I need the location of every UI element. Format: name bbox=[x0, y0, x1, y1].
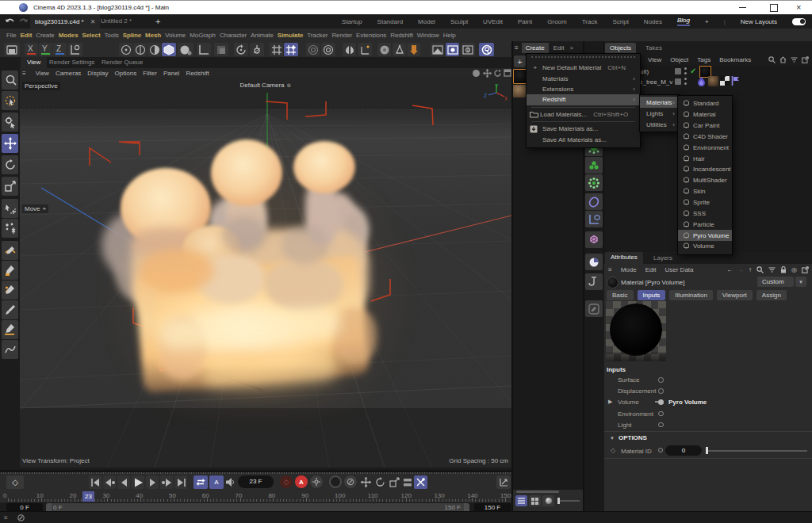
menu-edit[interactable]: Edit bbox=[21, 32, 33, 39]
render-view-icon[interactable] bbox=[4, 43, 20, 56]
menu-tools[interactable]: Tools bbox=[104, 32, 118, 39]
render-current-icon[interactable] bbox=[431, 43, 444, 56]
brush-tool-icon[interactable] bbox=[2, 300, 18, 319]
material-type-hair[interactable]: Hair bbox=[678, 153, 732, 164]
visibility-dots-icon[interactable] bbox=[684, 67, 687, 70]
attr-tab-illumination[interactable]: Illumination bbox=[669, 290, 712, 300]
mirror-icon[interactable] bbox=[343, 43, 356, 56]
material-type-sprite[interactable]: Sprite bbox=[678, 197, 732, 208]
material-type-c4d-shader[interactable]: C4D Shader bbox=[678, 132, 732, 143]
input-row-surface[interactable]: Surface bbox=[604, 375, 812, 386]
axis-modify-icon[interactable] bbox=[358, 43, 372, 56]
input-row-volume[interactable]: ▶VolumePyro Volume bbox=[604, 397, 812, 408]
arc-pen-tool-icon[interactable] bbox=[2, 241, 18, 260]
layout-tab-script[interactable]: Script bbox=[612, 18, 628, 25]
dot-pen-tool-icon[interactable] bbox=[2, 281, 18, 300]
redshift-submenu-lights[interactable]: Lights› bbox=[640, 108, 680, 119]
viewport-menu-panel[interactable]: Panel bbox=[163, 70, 179, 77]
minimize-button[interactable] bbox=[739, 7, 746, 8]
doodle-pen-icon[interactable] bbox=[585, 300, 603, 317]
up-icon[interactable]: ↑ bbox=[749, 266, 752, 273]
lock-y-icon[interactable]: Y bbox=[39, 43, 52, 56]
coord-system-icon[interactable] bbox=[68, 43, 82, 56]
tab-takes[interactable]: Takes bbox=[645, 44, 662, 52]
add-material-button[interactable]: + bbox=[514, 55, 526, 67]
lock-z-icon[interactable]: Z bbox=[53, 43, 67, 56]
material-type-incandescent[interactable]: Incandescent bbox=[678, 164, 732, 175]
viewport-menu-filter[interactable]: Filter bbox=[143, 70, 157, 77]
pyro-tag-icon[interactable] bbox=[697, 77, 706, 86]
layout-tab-track[interactable]: Track bbox=[582, 18, 598, 25]
next-key-button[interactable] bbox=[160, 475, 173, 489]
layout-tab-paint[interactable]: Paint bbox=[518, 18, 532, 25]
menu-drag-handle[interactable] bbox=[531, 56, 635, 62]
material-type-volume[interactable]: Volume bbox=[678, 241, 732, 252]
target-b-icon[interactable] bbox=[321, 43, 335, 56]
playhead[interactable]: 23 bbox=[82, 491, 94, 502]
viewport-menu-options[interactable]: Options bbox=[115, 70, 137, 77]
magnet-tool-icon[interactable] bbox=[2, 219, 18, 238]
burger-icon[interactable]: ≡ bbox=[22, 70, 26, 77]
edges-mode-icon[interactable] bbox=[133, 43, 147, 56]
keyframe-mode-button[interactable]: A bbox=[209, 475, 224, 489]
menu-simulate[interactable]: Simulate bbox=[278, 32, 304, 39]
material-type-environment[interactable]: Environment bbox=[678, 142, 732, 153]
export-icon[interactable] bbox=[802, 266, 809, 273]
maximize-button[interactable] bbox=[770, 4, 778, 12]
layout-tab-nodes[interactable]: Nodes bbox=[644, 18, 662, 25]
keying-selection-button[interactable] bbox=[414, 475, 427, 489]
menu-render[interactable]: Render bbox=[331, 32, 352, 39]
tab-attributes[interactable]: Attributes bbox=[605, 252, 643, 264]
material-type-skin[interactable]: Skin bbox=[678, 186, 732, 197]
instance-object-icon[interactable] bbox=[585, 231, 603, 248]
material-type-car-paint[interactable]: Car Paint bbox=[678, 120, 732, 132]
scale-tool-icon[interactable] bbox=[2, 177, 18, 196]
input-row-displacement[interactable]: Displacement bbox=[604, 386, 812, 397]
enabled-check-icon[interactable]: ✓ bbox=[690, 67, 696, 75]
key-position-icon[interactable] bbox=[361, 477, 371, 487]
create-menu-item-new-default-material[interactable]: +New Default MaterialCtrl+N bbox=[527, 63, 640, 73]
tab-render-settings[interactable]: Render Settings bbox=[49, 59, 94, 66]
create-menu-item-save-all-materials-as-[interactable]: Save All Materials as... bbox=[527, 134, 640, 144]
flag-tag-icon[interactable] bbox=[731, 76, 740, 86]
preview-size-slider[interactable] bbox=[557, 500, 580, 502]
model-mode-icon[interactable] bbox=[162, 43, 176, 56]
lock-icon[interactable] bbox=[780, 266, 787, 273]
render-settings-icon[interactable] bbox=[461, 43, 475, 56]
solo-down-icon[interactable] bbox=[407, 43, 420, 56]
menu-extensions[interactable]: Extensions bbox=[356, 32, 386, 39]
menu-help[interactable]: Help bbox=[443, 32, 456, 39]
menu-volume[interactable]: Volume bbox=[165, 32, 186, 39]
sketch-pen-tool-icon[interactable] bbox=[2, 261, 18, 280]
lock-x-icon[interactable]: X bbox=[25, 43, 38, 56]
attributes-menu-edit[interactable]: Edit bbox=[645, 266, 657, 273]
timeline-ruler[interactable]: 0102030405060708090100110120130140150 bbox=[0, 491, 511, 502]
key-rotation-icon[interactable] bbox=[375, 477, 385, 487]
viewport-menu-view[interactable]: View bbox=[36, 70, 49, 77]
doc-tab-inactive[interactable]: Untitled 2 * bbox=[101, 17, 132, 25]
next-frame-button[interactable] bbox=[146, 475, 159, 489]
zoom-tool-icon[interactable] bbox=[2, 71, 18, 90]
attr-tab-viewport[interactable]: Viewport bbox=[717, 290, 753, 300]
render-picture-viewer-icon[interactable] bbox=[446, 43, 459, 56]
snap-disabled-icon[interactable] bbox=[214, 43, 228, 56]
menu-file[interactable]: File bbox=[6, 32, 17, 39]
attr-tab-assign[interactable]: Assign bbox=[756, 290, 787, 300]
key-parameter-button[interactable] bbox=[403, 475, 412, 489]
axis-gear-icon[interactable] bbox=[250, 43, 264, 56]
autokey-button[interactable]: ◇ bbox=[6, 475, 24, 489]
undo-icon[interactable] bbox=[5, 17, 15, 25]
autokey-record-button[interactable]: A bbox=[295, 475, 308, 488]
menu-mesh[interactable]: Mesh bbox=[145, 32, 161, 39]
menu-spline[interactable]: Spline bbox=[123, 32, 141, 39]
attributes-menu-user-data[interactable]: User Data bbox=[665, 266, 693, 273]
menu-animate[interactable]: Animate bbox=[251, 32, 274, 39]
add-layout-button[interactable]: + bbox=[705, 18, 709, 25]
current-frame-field[interactable]: 23 F bbox=[238, 475, 274, 488]
doc-tab-active[interactable]: blog230119.c4d * ✕ bbox=[30, 14, 100, 29]
preset-dropdown[interactable]: Custom bbox=[757, 277, 794, 287]
burger-icon[interactable]: ≡ bbox=[4, 514, 8, 521]
layout-tab-sculpt[interactable]: Sculpt bbox=[450, 18, 468, 25]
create-menu-item-extensions[interactable]: Extensions› bbox=[527, 84, 640, 94]
play-button[interactable] bbox=[132, 475, 144, 489]
